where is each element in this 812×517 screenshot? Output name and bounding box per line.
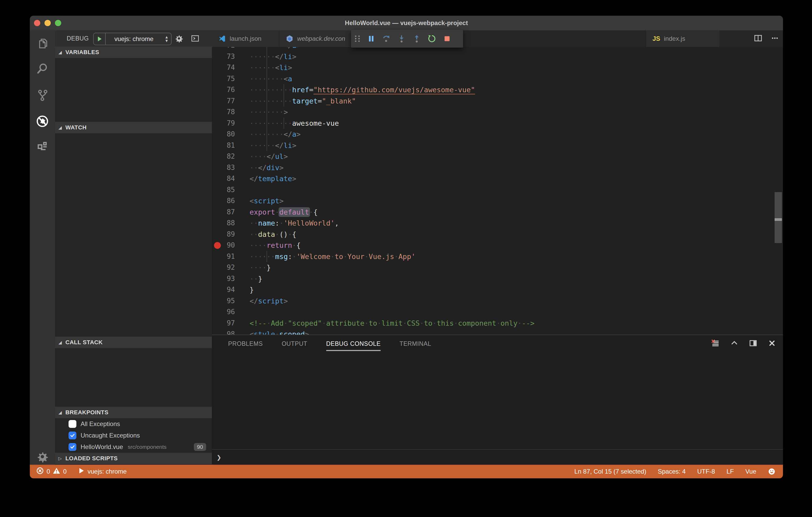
debug-target-label: vuejs: chrome <box>88 468 126 475</box>
pause-button[interactable] <box>364 30 379 48</box>
code-text: <style·scoped> <box>250 329 309 335</box>
code-editor[interactable]: 72········</a>73······</li>74······<li>7… <box>212 47 783 335</box>
code-text: </template> <box>250 173 296 184</box>
gutter[interactable]: 86 <box>212 195 250 207</box>
gutter[interactable]: 85 <box>212 184 250 195</box>
gutter[interactable]: 89 <box>212 229 250 240</box>
gutter[interactable]: 95 <box>212 295 250 307</box>
gutter[interactable]: 93 <box>212 273 250 284</box>
more-actions-button[interactable] <box>771 34 779 44</box>
move-panel-button[interactable] <box>749 339 757 348</box>
gutter[interactable]: 87 <box>212 207 250 218</box>
gutter[interactable]: 83 <box>212 162 250 173</box>
indent-guide <box>267 47 267 51</box>
stop-button[interactable] <box>439 30 455 48</box>
sidebar-item-explorer[interactable] <box>30 32 55 57</box>
toolbar-drag-handle[interactable] <box>351 30 364 48</box>
gutter[interactable]: 79 <box>212 118 250 129</box>
vscode-launch-icon <box>218 34 227 43</box>
sidebar-item-extensions[interactable] <box>30 134 55 159</box>
clear-console-button[interactable] <box>711 339 720 348</box>
debug-config-dropdown[interactable]: vuejs: chrome ▲▼ <box>93 33 172 45</box>
sidebar-item-search[interactable] <box>30 57 55 82</box>
gutter[interactable]: 73 <box>212 51 250 62</box>
gutter[interactable]: 77 <box>212 95 250 107</box>
code-line-82: 82····</ul> <box>212 151 783 162</box>
breakpoint-label: All Exceptions <box>81 420 120 428</box>
breakpoint-row-all-exceptions[interactable]: All Exceptions <box>55 418 212 430</box>
start-debug-button[interactable] <box>94 33 106 45</box>
line-number: 95 <box>227 295 235 307</box>
line-number: 90 <box>227 240 235 251</box>
encoding-status[interactable]: UTF-8 <box>697 468 715 475</box>
gutter[interactable]: 91 <box>212 251 250 262</box>
debug-console-input[interactable]: ❯ <box>212 449 783 465</box>
debug-console-toggle-button[interactable] <box>190 33 201 44</box>
section-watch[interactable]: ◢ WATCH <box>55 122 212 133</box>
configure-gear-button[interactable] <box>173 33 185 44</box>
gutter[interactable]: 78 <box>212 107 250 118</box>
gutter[interactable]: 97 <box>212 317 250 329</box>
gutter[interactable]: 92 <box>212 262 250 273</box>
section-breakpoints[interactable]: ◢ BREAKPOINTS <box>55 407 212 418</box>
checkbox-checked[interactable] <box>68 443 77 451</box>
step-over-button[interactable] <box>379 30 394 48</box>
checkbox-unchecked[interactable] <box>68 420 77 428</box>
sidebar-item-source-control[interactable] <box>30 83 55 108</box>
breakpoint-row-uncaught-exceptions[interactable]: Uncaught Exceptions <box>55 430 212 441</box>
gutter[interactable]: 81 <box>212 140 250 151</box>
tab-index-js[interactable]: JS index.js <box>646 30 719 47</box>
eol-status[interactable]: LF <box>726 468 734 475</box>
tab-launch-json[interactable]: launch.json <box>212 30 279 47</box>
gutter[interactable]: 80 <box>212 129 250 140</box>
code-text: ····</ul> <box>250 151 288 162</box>
code-line-98: 98<style·scoped> <box>212 329 783 335</box>
gutter[interactable]: 96 <box>212 306 250 317</box>
title-bar[interactable]: HelloWorld.vue — vuejs-webpack-project <box>30 16 783 31</box>
breakpoint-dot[interactable] <box>214 242 221 249</box>
panel-tab-problems[interactable]: PROBLEMS <box>228 337 263 351</box>
gutter[interactable]: 84 <box>212 173 250 184</box>
gutter[interactable]: 98 <box>212 329 250 335</box>
gutter[interactable]: 74 <box>212 62 250 73</box>
cursor-position-status[interactable]: Ln 87, Col 15 (7 selected) <box>575 468 646 475</box>
error-count: 0 <box>47 468 50 475</box>
step-into-button[interactable] <box>394 30 409 48</box>
vertical-scrollbar[interactable] <box>775 192 782 243</box>
gutter[interactable]: 90 <box>212 240 250 251</box>
breakpoint-row-helloworld[interactable]: HelloWorld.vue src/components 90 <box>55 441 212 453</box>
code-line-74: 74······<li> <box>212 62 783 73</box>
section-loaded-scripts[interactable]: ▷ LOADED SCRIPTS <box>55 453 212 464</box>
code-line-83: 83··</div> <box>212 162 783 173</box>
gutter[interactable]: 82 <box>212 151 250 162</box>
gutter[interactable]: 75 <box>212 73 250 84</box>
code-line-76: 76··········href="https://github.com/vue… <box>212 84 783 95</box>
checkbox-checked[interactable] <box>68 431 77 439</box>
language-mode-status[interactable]: Vue <box>745 468 756 475</box>
panel-tab-debug-console[interactable]: DEBUG CONSOLE <box>326 337 381 351</box>
panel-tab-terminal[interactable]: TERMINAL <box>400 337 431 351</box>
gutter[interactable]: 76 <box>212 84 250 95</box>
line-number: 89 <box>227 229 235 240</box>
indent-guide <box>267 251 267 262</box>
gutter[interactable]: 88 <box>212 217 250 229</box>
maximize-panel-button[interactable] <box>730 339 738 348</box>
line-number: 98 <box>227 329 235 335</box>
sidebar-item-debug[interactable] <box>30 109 55 134</box>
gutter[interactable]: 72 <box>212 47 250 51</box>
section-variables[interactable]: ◢ VARIABLES <box>55 47 212 58</box>
code-text: export·default·{ <box>250 207 318 218</box>
section-call-stack[interactable]: ◢ CALL STACK <box>55 337 212 348</box>
errors-warnings-status[interactable]: 0 0 <box>36 467 67 476</box>
tab-label: index.js <box>664 35 685 42</box>
feedback-smiley-button[interactable] <box>768 467 776 476</box>
close-panel-button[interactable] <box>768 339 776 348</box>
panel-tab-output[interactable]: OUTPUT <box>282 337 308 351</box>
indentation-status[interactable]: Spaces: 4 <box>658 468 686 475</box>
step-out-button[interactable] <box>409 30 424 48</box>
restart-button[interactable] <box>424 30 439 48</box>
line-number: 81 <box>227 140 235 151</box>
debug-target-status[interactable]: vuejs: chrome <box>77 467 126 476</box>
gutter[interactable]: 94 <box>212 284 250 295</box>
split-editor-button[interactable] <box>754 34 762 44</box>
